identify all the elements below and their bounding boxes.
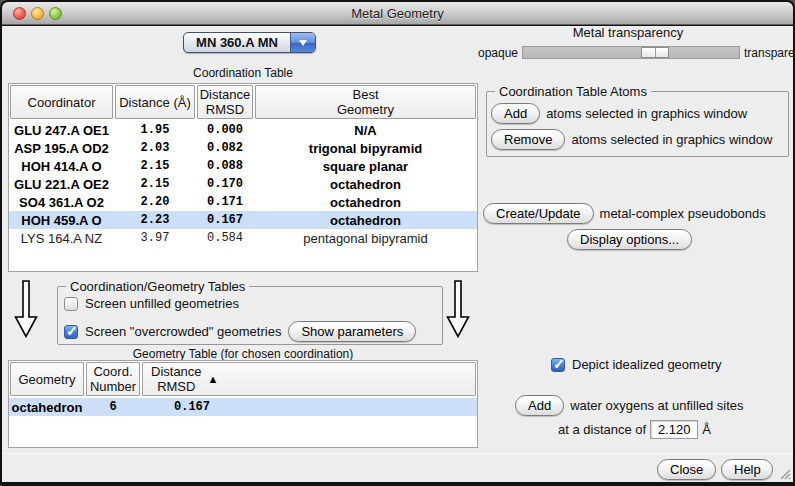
coordinator-cell: LYS 164.A NZ [10, 231, 113, 246]
show-parameters-button[interactable]: Show parameters [288, 321, 416, 342]
resize-grip[interactable] [778, 467, 791, 480]
distance-cell: 3.97 [115, 231, 195, 245]
distance-cell: 1.95 [115, 123, 195, 137]
group-title: Coordination Table Atoms [495, 84, 651, 99]
rmsd-cell: 0.082 [197, 141, 253, 155]
header-label: Coordinator [28, 95, 96, 110]
pseudobonds-label: metal-complex pseudobonds [600, 206, 766, 221]
group-title: Coordination/Geometry Tables [66, 279, 249, 294]
header-label: Geometry [18, 372, 75, 387]
geometry-cell: N/A [255, 123, 476, 138]
close-button[interactable]: Close [657, 459, 716, 480]
chevron-down-icon [290, 33, 315, 52]
window-title: Metal Geometry [2, 2, 793, 25]
geometry-table-body: octahedron 6 0.167 [9, 397, 477, 416]
distance-cell: 2.15 [115, 159, 195, 173]
add-waters-label: water oxygens at unfilled sites [570, 398, 743, 413]
metal-selector-value: MN 360.A MN [184, 35, 290, 50]
header-label: Distance [151, 364, 202, 379]
rmsd-cell: 0.584 [197, 231, 253, 245]
coordination-table-body: GLU 247.A OE1 1.95 0.000 N/A ASP 195.A O… [9, 120, 477, 247]
header-label: RMSD [206, 102, 244, 117]
header-label: Coord. [93, 364, 132, 379]
geometry-cell: pentagonal bipyramid [255, 231, 476, 246]
create-update-button[interactable]: Create/Update [483, 203, 594, 224]
geometry-table: Geometry Coord.Number DistanceRMSD ▲ oct… [8, 360, 478, 448]
rmsd-cell: 0.171 [197, 195, 253, 209]
remove-atoms-button[interactable]: Remove [491, 129, 565, 150]
sort-ascending-icon[interactable]: ▲ [208, 372, 219, 387]
rmsd-cell: 0.088 [197, 159, 253, 173]
opaque-label: opaque [460, 46, 518, 60]
coordinator-cell: SO4 361.A O2 [10, 195, 113, 210]
column-header-best-geometry[interactable]: BestGeometry [255, 85, 476, 119]
coordination-table-caption: Coordination Table [8, 66, 478, 80]
depict-idealized-checkbox[interactable] [551, 358, 565, 372]
screen-unfilled-label: Screen unfilled geometries [85, 296, 239, 311]
transparency-title: Metal transparency [480, 25, 776, 40]
footer-divider [2, 453, 793, 454]
coord-number-cell: 6 [86, 400, 140, 414]
geometry-cell: octahedron [10, 400, 84, 415]
coordinator-cell: HOH 414.A O [10, 159, 113, 174]
column-header-distance-rmsd[interactable]: DistanceRMSD [197, 85, 253, 119]
geometry-cell: octahedron [255, 213, 476, 228]
geometry-cell: octahedron [255, 195, 476, 210]
geometry-table-header: Geometry Coord.Number DistanceRMSD ▲ [9, 361, 477, 397]
coordination-table: Coordinator Distance (Å) DistanceRMSD Be… [8, 83, 478, 272]
distance-cell: 2.03 [115, 141, 195, 155]
distance-prefix-label: at a distance of [558, 422, 646, 437]
column-header-distance[interactable]: Distance (Å) [115, 85, 195, 119]
column-header-coord-number[interactable]: Coord.Number [86, 362, 140, 396]
table-row[interactable]: LYS 164.A NZ 3.97 0.584 pentagonal bipyr… [9, 229, 477, 247]
column-header-geometry[interactable]: Geometry [10, 362, 84, 396]
screen-overcrowded-checkbox[interactable] [64, 325, 78, 339]
table-row[interactable]: ASP 195.A OD2 2.03 0.082 trigonal bipyra… [9, 139, 477, 157]
add-atoms-label: atoms selected in graphics window [546, 106, 747, 121]
screen-overcrowded-label: Screen "overcrowded" geometries [85, 324, 281, 339]
coordinator-cell: GLU 221.A OE2 [10, 177, 113, 192]
header-label: RMSD [157, 379, 195, 394]
geometry-cell: square planar [255, 159, 476, 174]
geometry-cell: octahedron [255, 177, 476, 192]
coordinator-cell: GLU 247.A OE1 [10, 123, 113, 138]
transparency-slider-thumb[interactable] [641, 47, 669, 58]
table-row-selected[interactable]: octahedron 6 0.167 [9, 398, 477, 416]
coordination-geometry-tables-group: Coordination/Geometry Tables Screen unfi… [57, 286, 443, 345]
add-atoms-button[interactable]: Add [491, 103, 540, 124]
add-waters-button[interactable]: Add [515, 395, 564, 416]
depict-idealized-label: Depict idealized geometry [572, 357, 722, 372]
rmsd-cell: 0.000 [197, 123, 253, 137]
down-arrow-icon [446, 280, 470, 338]
remove-atoms-label: atoms selected in graphics window [571, 132, 772, 147]
coordinator-cell: HOH 459.A O [10, 213, 113, 228]
column-header-distance-rmsd[interactable]: DistanceRMSD ▲ [142, 362, 476, 396]
metal-geometry-window: Metal Geometry MN 360.A MN Metal transpa… [0, 0, 795, 486]
table-row[interactable]: SO4 361.A O2 2.20 0.171 octahedron [9, 193, 477, 211]
header-label: Geometry [337, 102, 394, 117]
distance-cell: 2.23 [115, 213, 195, 227]
table-row[interactable]: HOH 414.A O 2.15 0.088 square planar [9, 157, 477, 175]
distance-cell: 2.20 [115, 195, 195, 209]
transparent-label: transparent [744, 46, 795, 60]
metal-selector[interactable]: MN 360.A MN [183, 32, 316, 53]
water-distance-input[interactable] [650, 420, 698, 439]
angstrom-unit-label: Å [702, 422, 711, 437]
screen-unfilled-checkbox[interactable] [64, 297, 78, 311]
header-label: Number [90, 379, 136, 394]
coordination-table-atoms-group: Coordination Table Atoms Add atoms selec… [486, 91, 789, 157]
rmsd-cell: 0.167 [197, 213, 253, 227]
coordinator-cell: ASP 195.A OD2 [10, 141, 113, 156]
table-row-selected[interactable]: HOH 459.A O 2.23 0.167 octahedron [9, 211, 477, 229]
transparency-slider[interactable] [522, 46, 740, 59]
display-options-button[interactable]: Display options... [567, 229, 692, 250]
table-row[interactable]: GLU 221.A OE2 2.15 0.170 octahedron [9, 175, 477, 193]
header-label: Best [352, 87, 378, 102]
column-header-coordinator[interactable]: Coordinator [10, 85, 113, 119]
rmsd-cell: 0.170 [197, 177, 253, 191]
title-bar[interactable]: Metal Geometry [2, 2, 793, 25]
rmsd-cell: 0.167 [142, 400, 476, 414]
down-arrow-icon [14, 280, 38, 338]
table-row[interactable]: GLU 247.A OE1 1.95 0.000 N/A [9, 121, 477, 139]
help-button[interactable]: Help [721, 459, 773, 480]
